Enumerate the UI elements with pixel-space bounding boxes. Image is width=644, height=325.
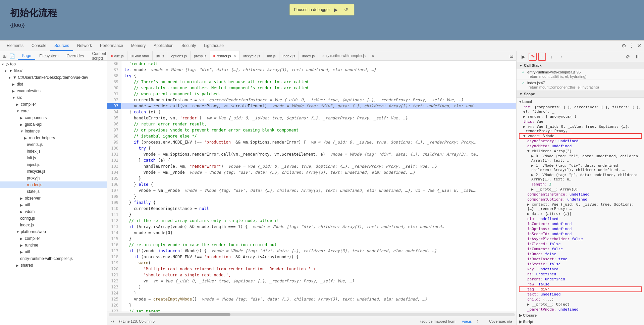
scope-prop-child0[interactable]: ▶ 0: VNode {tag: "h1", data: undefined, … (519, 154, 641, 163)
callstack-item-1[interactable]: ✓ entry-runtime-with-compiler.js:95 retu… (517, 69, 644, 80)
scope-content: ▾ Local ref: {components: {…}, directive… (517, 98, 644, 325)
callstack-header[interactable]: ▼ Call Stack (517, 62, 644, 69)
scope-prop-vnode[interactable]: ▼ vnode: VNode (519, 133, 641, 139)
horizontal-scrollbar[interactable] (107, 312, 516, 317)
scope-prop-children[interactable]: ▼ children: Array(3) (519, 149, 641, 154)
tree-item-components[interactable]: ▶ components (0, 114, 107, 121)
chevron-down-icon: ▼ (20, 129, 25, 133)
tree-item-util2[interactable]: ▶ util (0, 249, 107, 255)
tree-item-lifecycle[interactable]: lifecycle.js (0, 168, 107, 175)
tab-sources[interactable]: Sources (50, 41, 73, 51)
file-tab-render[interactable]: render.js ✕ (210, 51, 240, 60)
scope-prop-data[interactable]: ▶ data: {attrs: {…}} (519, 211, 641, 216)
tree-item-platforms[interactable]: ▼ platforms/web (0, 228, 107, 235)
close-devtools-icon[interactable]: ✕ (637, 43, 641, 49)
file-tab-util[interactable]: util.js (153, 51, 168, 60)
tab-elements[interactable]: Elements (3, 41, 28, 51)
tab-performance[interactable]: Performance (96, 41, 127, 51)
tab-network[interactable]: Network (73, 41, 96, 51)
subtab-page[interactable]: Page (18, 52, 35, 60)
tree-item-render[interactable]: render.js (0, 181, 107, 188)
tree-item-vdom[interactable]: ▶ vdom (0, 208, 107, 215)
scope-prop-render[interactable]: ▶ render: ƒ anonymous( ) (519, 114, 641, 119)
scope-closure-header[interactable]: ▶ Closure (519, 313, 641, 318)
file-tab-init[interactable]: init.js (264, 51, 279, 60)
tree-item-src[interactable]: ▼ src (0, 94, 107, 101)
scope-prop-context[interactable]: ▶ context: Vue {_uid: 0, _isVue: true, $… (519, 202, 641, 211)
scope-prop-proto-obj[interactable]: ▶ __proto__: Object (519, 302, 641, 307)
scope-prop-vm[interactable]: ▶ vm: Vue {_uid: 0, _isVue: true, $optio… (519, 124, 641, 133)
scope-prop-child1[interactable]: ▶ 1: VNode {tag: "div", data: undefined,… (519, 163, 641, 172)
tree-item-root-folder[interactable]: ▼ C:/Users/danke/Desktop/demo/vue-dev (0, 74, 107, 81)
tree-item-shared[interactable]: ▶ shared (0, 262, 107, 269)
code-area[interactable]: 86 'render self 87 let vnode vnode = VNo… (107, 61, 516, 312)
scope-prop-child2[interactable]: ▶ 2: VNode {tag: "p", data: undefined, c… (519, 172, 641, 182)
file-tab-index1[interactable]: index.js (279, 51, 299, 60)
tab-application[interactable]: Application (150, 41, 177, 51)
tree-item-state[interactable]: state.js (0, 188, 107, 195)
tree-item-init[interactable]: init.js (0, 155, 107, 161)
devtools-tab-bar: Elements Console Sources Network Perform… (0, 41, 644, 51)
subtab-filesystem[interactable]: Filesystem (35, 52, 62, 60)
code-panel: vue.js 01-init.html util.js options.js p… (107, 51, 517, 325)
scope-prop-isrootinsert: isRootInsert: true (519, 257, 641, 262)
step-over-button[interactable]: ↷ (529, 53, 537, 61)
tree-item-compiler[interactable]: ▶ compiler (0, 101, 107, 108)
tree-item-entry[interactable]: entry-runtime-with-compiler.js (0, 255, 107, 262)
code-line-118: 118 if (process.env.NODE_ENV !== 'produc… (107, 254, 516, 260)
deactivate-breakpoints-button[interactable]: ⊘ (624, 53, 632, 61)
source-map-link[interactable]: vue.js (462, 319, 472, 323)
tree-item-dist[interactable]: ▶ dist (0, 81, 107, 88)
scope-header[interactable]: ▼ Scope (517, 91, 644, 98)
tree-item-runtime[interactable]: ▶ runtime (0, 242, 107, 249)
tree-item-events[interactable]: events.js (0, 141, 107, 148)
more-file-tabs-icon[interactable]: » (369, 52, 377, 60)
chevron-right-icon: ▶ (20, 116, 25, 120)
tab-console[interactable]: Console (28, 41, 50, 51)
scope-prop-proto-arr[interactable]: ▶ __proto__: Array(0) (519, 187, 641, 192)
tree-item-instance[interactable]: ▼ instance (0, 128, 107, 134)
tab-lighthouse[interactable]: Lighthouse (200, 41, 228, 51)
more-options-icon[interactable]: ⋮ (629, 43, 634, 49)
file-tab-entry[interactable]: entry-runtime-with-compiler.js (318, 51, 369, 60)
file-tab-options[interactable]: options.js (168, 51, 191, 60)
tree-item-core[interactable]: ▼ core (0, 108, 107, 114)
code-line-107: 107 vnode = vm._vnode vnode = VNode {tag… (107, 187, 516, 194)
code-line-87: 87 let vnode vnode = VNode {tag: "div", … (107, 67, 516, 73)
tree-item-render-helpers[interactable]: ▶ render-helpers (0, 134, 107, 141)
tree-item-config[interactable]: config.js (0, 215, 107, 222)
tree-item-global-api[interactable]: ▶ global-api (0, 121, 107, 128)
scope-prop-ref: ref: {components: {…}, directives: {…}, … (519, 105, 641, 114)
settings-icon[interactable]: ⚙ (622, 43, 626, 49)
tree-item-examples[interactable]: ▶ examples/test (0, 88, 107, 94)
tab-memory[interactable]: Memory (127, 41, 150, 51)
file-tab-lifecycle[interactable]: lifecycle.js (240, 51, 264, 60)
close-tab-icon[interactable]: ✕ (233, 54, 236, 58)
reload-button[interactable]: ↺ (342, 6, 350, 14)
pause-resume-button[interactable]: ▶ (519, 53, 527, 61)
file-tab-vue[interactable]: vue.js (107, 51, 127, 60)
tree-item-proxy[interactable]: proxy.js (0, 175, 107, 181)
tree-item-util[interactable]: ▶ util (0, 202, 107, 208)
step-into-button[interactable]: ↓ (538, 53, 546, 61)
step-out-button[interactable]: ↑ (547, 53, 555, 61)
subtab-overrides[interactable]: Overrides (62, 52, 88, 60)
tree-item-observer[interactable]: ▶ observer (0, 195, 107, 202)
scope-script-header[interactable]: ▶ Script (519, 319, 641, 325)
tab-security[interactable]: Security (177, 41, 200, 51)
tree-item-index2[interactable]: index.js (0, 222, 107, 228)
search-in-file-icon[interactable]: ⊡ (509, 53, 514, 59)
subtab-content-scripts[interactable]: Content scripts (88, 51, 107, 62)
tree-item-inject[interactable]: inject.js (0, 161, 107, 168)
pause-on-exceptions-button[interactable]: ⏸ (633, 53, 641, 61)
tree-item-compiler2[interactable]: ▶ compiler (0, 235, 107, 242)
scope-local-header[interactable]: ▾ Local (519, 99, 641, 105)
resume-button[interactable]: ▶ (332, 6, 340, 14)
step-button[interactable]: → (557, 53, 565, 61)
file-tab-index2[interactable]: index.js (299, 51, 318, 60)
tree-item-index1[interactable]: index.js (0, 148, 107, 155)
file-tab-proxy[interactable]: proxy.js (191, 51, 210, 60)
callstack-item-2[interactable]: ✓ index.js:47 return mountComponent(this… (517, 80, 644, 91)
tree-item-file[interactable]: ▼ file:// (0, 67, 107, 74)
file-tab-init-html[interactable]: 01-init.html (127, 51, 153, 60)
